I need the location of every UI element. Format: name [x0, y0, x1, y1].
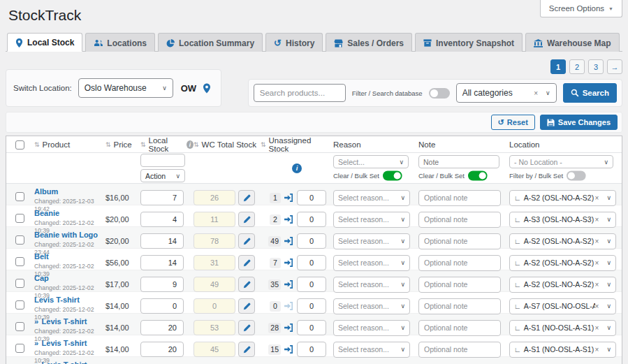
product-link[interactable]: Beanie	[34, 209, 59, 217]
location-bulk-toggle[interactable]	[567, 171, 586, 181]
pagination-page-2[interactable]: 2	[569, 59, 585, 74]
reason-select[interactable]: Select reason... ∨	[333, 190, 410, 206]
tab-sales-orders[interactable]: Sales / Orders	[326, 33, 412, 52]
local-stock-input[interactable]	[140, 320, 184, 335]
search-products-input[interactable]	[254, 84, 346, 102]
header-unassigned-stock[interactable]: ⇅ Unassigned Stock	[261, 136, 333, 153]
unassigned-info-icon[interactable]: i	[292, 163, 302, 173]
transfer-unassigned-icon[interactable]	[284, 215, 293, 224]
transfer-unassigned-icon[interactable]	[284, 345, 293, 354]
bulk-note-input[interactable]	[418, 155, 499, 168]
switch-location-select[interactable]: Oslo Warehouse ∨	[78, 78, 173, 98]
row-checkbox[interactable]	[15, 257, 24, 266]
row-checkbox[interactable]	[15, 322, 24, 331]
tab-history[interactable]: ↺History	[265, 33, 323, 52]
location-select[interactable]: ∟ A-S7 (OSL-NO-OSL-A-S7) × ∨	[509, 298, 616, 314]
header-price[interactable]: ⇅ Price	[105, 140, 140, 149]
transfer-qty-input[interactable]	[297, 342, 326, 357]
transfer-unassigned-icon[interactable]	[284, 280, 293, 289]
note-bulk-toggle[interactable]	[468, 171, 488, 181]
pagination-page-3[interactable]: 3	[588, 59, 604, 74]
row-checkbox[interactable]	[15, 235, 24, 245]
edit-wc-stock-button[interactable]	[238, 233, 255, 249]
edit-wc-stock-button[interactable]	[238, 342, 255, 357]
transfer-qty-input[interactable]	[297, 277, 326, 292]
bulk-location-select[interactable]: - No Location - ∨	[509, 155, 613, 168]
tab-inventory-snapshot[interactable]: Inventory Snapshot	[415, 33, 523, 52]
pagination-page-1[interactable]: 1	[550, 59, 566, 74]
location-select[interactable]: ∟ A-S3 (OSL-NO-A-S3) × ∨	[509, 212, 616, 228]
edit-wc-stock-button[interactable]	[238, 320, 255, 335]
bulk-reason-select[interactable]: Select... ∨	[333, 155, 409, 168]
product-link[interactable]: Cap	[34, 274, 49, 282]
reason-select[interactable]: Select reason... ∨	[333, 298, 410, 314]
note-input[interactable]	[418, 320, 501, 336]
location-select[interactable]: ∟ A-S2 (OSL-NO-A-S2) × ∨	[509, 190, 616, 206]
transfer-qty-input[interactable]	[297, 255, 326, 270]
transfer-qty-input[interactable]	[297, 298, 326, 314]
product-link[interactable]: Levis T-shirt	[34, 296, 80, 304]
location-select[interactable]: ∟ A-S1 (NO-OSL-A-S1) × ∨	[509, 342, 616, 358]
row-checkbox[interactable]	[15, 192, 24, 201]
transfer-unassigned-icon[interactable]	[284, 323, 293, 332]
row-checkbox[interactable]	[15, 279, 24, 288]
db-search-toggle[interactable]	[429, 88, 450, 99]
search-button[interactable]: Search	[563, 83, 617, 103]
local-stock-input[interactable]	[140, 277, 184, 292]
note-input[interactable]	[418, 342, 501, 358]
select-all-checkbox[interactable]	[15, 140, 24, 150]
note-input[interactable]	[418, 233, 501, 249]
screen-options-button[interactable]: Screen Options ▼	[540, 0, 622, 17]
edit-wc-stock-button[interactable]	[238, 190, 255, 205]
local-stock-input[interactable]	[140, 255, 184, 270]
local-stock-input[interactable]	[140, 233, 184, 249]
header-local-stock[interactable]: ⇅ Local Stock i	[140, 136, 193, 153]
note-input[interactable]	[418, 255, 501, 271]
tab-locations[interactable]: Locations	[85, 33, 155, 52]
transfer-unassigned-icon[interactable]	[284, 237, 293, 245]
row-checkbox[interactable]	[15, 214, 24, 223]
product-link[interactable]: Belt	[34, 252, 49, 261]
transfer-qty-input[interactable]	[297, 320, 326, 335]
product-link[interactable]: Beanie with Logo	[34, 231, 98, 239]
category-select[interactable]: All categories × ∨	[456, 83, 557, 103]
edit-wc-stock-button[interactable]	[238, 212, 255, 227]
reason-select[interactable]: Select reason... ∨	[333, 233, 410, 249]
transfer-unassigned-icon[interactable]	[284, 194, 293, 202]
local-stock-input[interactable]	[140, 212, 184, 227]
reason-bulk-toggle[interactable]	[383, 171, 402, 181]
row-checkbox[interactable]	[15, 300, 24, 310]
bulk-action-select[interactable]: Action ∨	[140, 169, 185, 182]
note-input[interactable]	[418, 212, 501, 228]
local-stock-input[interactable]	[140, 342, 184, 357]
pagination-next-button[interactable]: →	[607, 59, 622, 74]
location-select[interactable]: ∟ A-S2 (OSL-NO-A-S2) × ∨	[509, 255, 616, 271]
local-stock-input[interactable]	[140, 298, 184, 314]
transfer-qty-input[interactable]	[297, 190, 326, 205]
row-checkbox[interactable]	[15, 344, 24, 353]
header-wc-total-stock[interactable]: ⇅ WC Total Stock	[193, 140, 261, 149]
transfer-qty-input[interactable]	[297, 212, 326, 227]
location-select[interactable]: ∟ A-S1 (NO-OSL-A-S1) × ∨	[509, 320, 616, 336]
reason-select[interactable]: Select reason... ∨	[333, 342, 410, 358]
reason-select[interactable]: Select reason... ∨	[333, 320, 410, 336]
edit-wc-stock-button[interactable]	[238, 298, 255, 314]
product-link[interactable]: Album	[34, 187, 58, 196]
transfer-unassigned-icon[interactable]	[284, 259, 293, 267]
transfer-unassigned-icon[interactable]	[284, 302, 293, 310]
note-input[interactable]	[418, 277, 501, 293]
product-link[interactable]: Levis T-shirt	[42, 339, 87, 347]
tab-warehouse-map[interactable]: Warehouse Map	[525, 33, 620, 52]
local-stock-input[interactable]	[140, 190, 184, 205]
edit-wc-stock-button[interactable]	[238, 255, 255, 270]
save-changes-button[interactable]: Save Changes	[540, 115, 618, 130]
reason-select[interactable]: Select reason... ∨	[333, 255, 410, 271]
reset-button[interactable]: ↺ Reset	[491, 115, 535, 130]
location-select[interactable]: ∟ A-S2 (OSL-NO-A-S2) × ∨	[509, 233, 616, 249]
reason-select[interactable]: Select reason... ∨	[333, 212, 410, 228]
note-input[interactable]	[418, 190, 501, 206]
location-select[interactable]: ∟ A-S2 (OSL-NO-A-S2) × ∨	[509, 277, 616, 293]
product-link[interactable]: Levis T-shirt	[42, 317, 87, 326]
tab-local-stock[interactable]: Local Stock	[7, 33, 82, 52]
transfer-qty-input[interactable]	[297, 233, 326, 249]
